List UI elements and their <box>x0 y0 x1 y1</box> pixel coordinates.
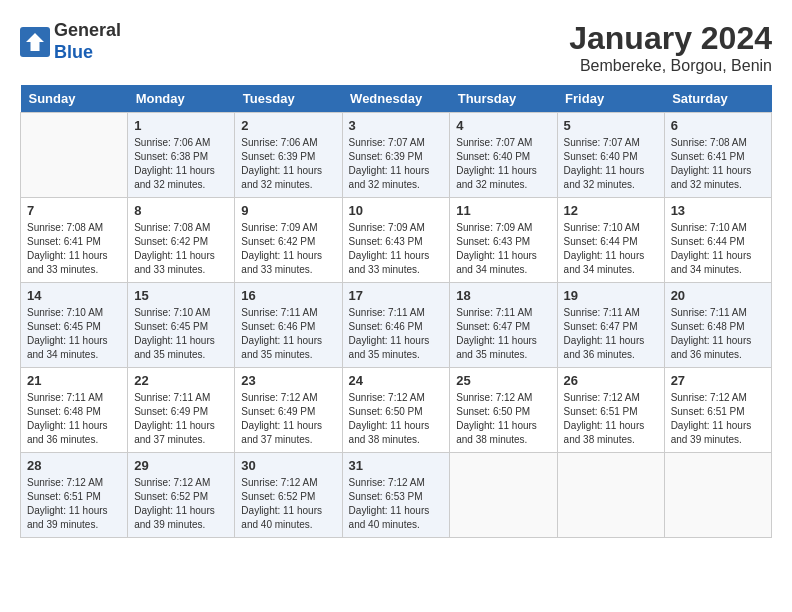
sunset-text: Sunset: 6:47 PM <box>456 321 530 332</box>
day-number: 13 <box>671 203 765 218</box>
daylight-text: Daylight: 11 hours and 40 minutes. <box>241 505 322 530</box>
logo: General Blue <box>20 20 121 63</box>
day-number: 18 <box>456 288 550 303</box>
weekday-header: Friday <box>557 85 664 113</box>
daylight-text: Daylight: 11 hours and 34 minutes. <box>671 250 752 275</box>
daylight-text: Daylight: 11 hours and 32 minutes. <box>671 165 752 190</box>
calendar-cell: 7 Sunrise: 7:08 AM Sunset: 6:41 PM Dayli… <box>21 198 128 283</box>
calendar-week-row: 28 Sunrise: 7:12 AM Sunset: 6:51 PM Dayl… <box>21 453 772 538</box>
calendar-cell: 31 Sunrise: 7:12 AM Sunset: 6:53 PM Dayl… <box>342 453 450 538</box>
page-header: General Blue January 2024 Bembereke, Bor… <box>20 20 772 75</box>
day-number: 23 <box>241 373 335 388</box>
day-number: 30 <box>241 458 335 473</box>
sunset-text: Sunset: 6:43 PM <box>349 236 423 247</box>
weekday-header: Sunday <box>21 85 128 113</box>
sunset-text: Sunset: 6:51 PM <box>671 406 745 417</box>
sunrise-text: Sunrise: 7:10 AM <box>134 307 210 318</box>
calendar-cell: 21 Sunrise: 7:11 AM Sunset: 6:48 PM Dayl… <box>21 368 128 453</box>
day-info: Sunrise: 7:09 AM Sunset: 6:43 PM Dayligh… <box>349 221 444 277</box>
day-info: Sunrise: 7:07 AM Sunset: 6:40 PM Dayligh… <box>564 136 658 192</box>
sunrise-text: Sunrise: 7:10 AM <box>671 222 747 233</box>
sunrise-text: Sunrise: 7:08 AM <box>671 137 747 148</box>
sunset-text: Sunset: 6:51 PM <box>564 406 638 417</box>
day-number: 8 <box>134 203 228 218</box>
day-number: 14 <box>27 288 121 303</box>
sunset-text: Sunset: 6:46 PM <box>241 321 315 332</box>
sunrise-text: Sunrise: 7:07 AM <box>564 137 640 148</box>
sunrise-text: Sunrise: 7:07 AM <box>456 137 532 148</box>
calendar-week-row: 7 Sunrise: 7:08 AM Sunset: 6:41 PM Dayli… <box>21 198 772 283</box>
daylight-text: Daylight: 11 hours and 33 minutes. <box>27 250 108 275</box>
day-info: Sunrise: 7:12 AM Sunset: 6:52 PM Dayligh… <box>241 476 335 532</box>
sunrise-text: Sunrise: 7:12 AM <box>134 477 210 488</box>
daylight-text: Daylight: 11 hours and 32 minutes. <box>349 165 430 190</box>
daylight-text: Daylight: 11 hours and 35 minutes. <box>456 335 537 360</box>
daylight-text: Daylight: 11 hours and 38 minutes. <box>564 420 645 445</box>
sunset-text: Sunset: 6:44 PM <box>564 236 638 247</box>
sunset-text: Sunset: 6:49 PM <box>241 406 315 417</box>
day-info: Sunrise: 7:11 AM Sunset: 6:46 PM Dayligh… <box>349 306 444 362</box>
sunrise-text: Sunrise: 7:11 AM <box>564 307 640 318</box>
sunrise-text: Sunrise: 7:12 AM <box>27 477 103 488</box>
day-number: 29 <box>134 458 228 473</box>
daylight-text: Daylight: 11 hours and 37 minutes. <box>241 420 322 445</box>
calendar-cell: 2 Sunrise: 7:06 AM Sunset: 6:39 PM Dayli… <box>235 113 342 198</box>
day-number: 27 <box>671 373 765 388</box>
day-number: 25 <box>456 373 550 388</box>
sunset-text: Sunset: 6:48 PM <box>27 406 101 417</box>
calendar-cell: 15 Sunrise: 7:10 AM Sunset: 6:45 PM Dayl… <box>128 283 235 368</box>
daylight-text: Daylight: 11 hours and 35 minutes. <box>134 335 215 360</box>
sunrise-text: Sunrise: 7:10 AM <box>564 222 640 233</box>
day-number: 10 <box>349 203 444 218</box>
month-title: January 2024 <box>569 20 772 57</box>
calendar-cell: 20 Sunrise: 7:11 AM Sunset: 6:48 PM Dayl… <box>664 283 771 368</box>
daylight-text: Daylight: 11 hours and 35 minutes. <box>241 335 322 360</box>
calendar-cell: 12 Sunrise: 7:10 AM Sunset: 6:44 PM Dayl… <box>557 198 664 283</box>
daylight-text: Daylight: 11 hours and 37 minutes. <box>134 420 215 445</box>
weekday-header: Thursday <box>450 85 557 113</box>
calendar-cell: 28 Sunrise: 7:12 AM Sunset: 6:51 PM Dayl… <box>21 453 128 538</box>
daylight-text: Daylight: 11 hours and 32 minutes. <box>241 165 322 190</box>
daylight-text: Daylight: 11 hours and 39 minutes. <box>27 505 108 530</box>
sunrise-text: Sunrise: 7:06 AM <box>241 137 317 148</box>
day-info: Sunrise: 7:08 AM Sunset: 6:41 PM Dayligh… <box>27 221 121 277</box>
day-number: 4 <box>456 118 550 133</box>
day-info: Sunrise: 7:11 AM Sunset: 6:49 PM Dayligh… <box>134 391 228 447</box>
day-info: Sunrise: 7:11 AM Sunset: 6:47 PM Dayligh… <box>564 306 658 362</box>
calendar-week-row: 21 Sunrise: 7:11 AM Sunset: 6:48 PM Dayl… <box>21 368 772 453</box>
sunrise-text: Sunrise: 7:09 AM <box>241 222 317 233</box>
day-info: Sunrise: 7:10 AM Sunset: 6:45 PM Dayligh… <box>27 306 121 362</box>
calendar-cell: 25 Sunrise: 7:12 AM Sunset: 6:50 PM Dayl… <box>450 368 557 453</box>
calendar-cell: 29 Sunrise: 7:12 AM Sunset: 6:52 PM Dayl… <box>128 453 235 538</box>
calendar-header: SundayMondayTuesdayWednesdayThursdayFrid… <box>21 85 772 113</box>
calendar-cell: 9 Sunrise: 7:09 AM Sunset: 6:42 PM Dayli… <box>235 198 342 283</box>
sunrise-text: Sunrise: 7:08 AM <box>27 222 103 233</box>
calendar-cell: 4 Sunrise: 7:07 AM Sunset: 6:40 PM Dayli… <box>450 113 557 198</box>
daylight-text: Daylight: 11 hours and 39 minutes. <box>671 420 752 445</box>
day-info: Sunrise: 7:12 AM Sunset: 6:49 PM Dayligh… <box>241 391 335 447</box>
daylight-text: Daylight: 11 hours and 32 minutes. <box>564 165 645 190</box>
header-row: SundayMondayTuesdayWednesdayThursdayFrid… <box>21 85 772 113</box>
day-number: 24 <box>349 373 444 388</box>
calendar-cell: 23 Sunrise: 7:12 AM Sunset: 6:49 PM Dayl… <box>235 368 342 453</box>
day-number: 21 <box>27 373 121 388</box>
calendar-cell: 24 Sunrise: 7:12 AM Sunset: 6:50 PM Dayl… <box>342 368 450 453</box>
daylight-text: Daylight: 11 hours and 38 minutes. <box>349 420 430 445</box>
weekday-header: Saturday <box>664 85 771 113</box>
sunrise-text: Sunrise: 7:06 AM <box>134 137 210 148</box>
title-area: January 2024 Bembereke, Borgou, Benin <box>569 20 772 75</box>
sunrise-text: Sunrise: 7:07 AM <box>349 137 425 148</box>
day-info: Sunrise: 7:12 AM Sunset: 6:50 PM Dayligh… <box>456 391 550 447</box>
sunrise-text: Sunrise: 7:11 AM <box>27 392 103 403</box>
daylight-text: Daylight: 11 hours and 36 minutes. <box>564 335 645 360</box>
logo-general: General <box>54 20 121 40</box>
sunset-text: Sunset: 6:43 PM <box>456 236 530 247</box>
sunset-text: Sunset: 6:39 PM <box>349 151 423 162</box>
day-number: 7 <box>27 203 121 218</box>
sunset-text: Sunset: 6:46 PM <box>349 321 423 332</box>
sunset-text: Sunset: 6:38 PM <box>134 151 208 162</box>
calendar-cell: 30 Sunrise: 7:12 AM Sunset: 6:52 PM Dayl… <box>235 453 342 538</box>
calendar-cell: 13 Sunrise: 7:10 AM Sunset: 6:44 PM Dayl… <box>664 198 771 283</box>
calendar-cell: 17 Sunrise: 7:11 AM Sunset: 6:46 PM Dayl… <box>342 283 450 368</box>
day-info: Sunrise: 7:11 AM Sunset: 6:47 PM Dayligh… <box>456 306 550 362</box>
